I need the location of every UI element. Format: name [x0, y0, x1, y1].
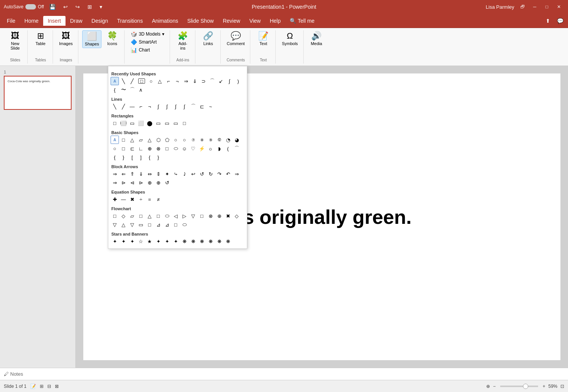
star-burst1[interactable]: ✦ — [154, 237, 162, 245]
arrow-quad[interactable]: ✦ — [163, 170, 171, 178]
star-gear1[interactable]: ❋ — [180, 237, 189, 245]
flow-extract[interactable]: ◇ — [233, 212, 241, 220]
line-curve3[interactable]: ∫ — [172, 102, 180, 111]
arrow-up[interactable]: ⇑ — [128, 170, 136, 178]
arrow-right[interactable]: ⇒ — [111, 170, 119, 178]
rect-snip1[interactable]: ▭ — [128, 119, 136, 127]
star-burst3[interactable]: ✦ — [172, 237, 180, 245]
basic-num12[interactable]: ⑫ — [215, 136, 223, 144]
basic-heart[interactable]: ♡ — [189, 144, 197, 153]
star-filled[interactable]: ★ — [145, 237, 154, 245]
basic-cube[interactable]: □ — [163, 144, 171, 153]
arrow-uturn[interactable]: ↩ — [189, 170, 197, 178]
save-button[interactable]: 💾 — [47, 3, 58, 11]
basic-textbox[interactable]: A — [111, 136, 119, 144]
notes-bar[interactable]: 🖊 Notes — [0, 368, 568, 380]
star-gear3[interactable]: ❋ — [198, 237, 206, 245]
chart-button[interactable]: 📊 Chart — [128, 46, 166, 54]
basic-brace4[interactable]: } — [154, 153, 162, 161]
arrow-loop2[interactable]: ↻ — [206, 170, 215, 178]
basic-bracket2[interactable]: ] — [137, 153, 145, 161]
basic-rect2[interactable]: □ — [119, 144, 128, 153]
menu-tellme[interactable]: 🔍Tell me — [285, 16, 319, 26]
basic-no[interactable]: ⊗ — [154, 144, 162, 153]
menu-insert[interactable]: Insert — [43, 16, 66, 26]
flow-sumonn2[interactable]: □ — [198, 212, 206, 220]
zoom-slider[interactable] — [500, 386, 538, 387]
arrow-callout2[interactable]: ⊕ — [154, 178, 162, 187]
arrow-stripe1[interactable]: ⇒ — [233, 170, 241, 178]
basic-crescent[interactable]: ◗ — [215, 144, 223, 153]
view-slide-sorter-button[interactable]: ⊟ — [47, 384, 51, 389]
arrow-lr[interactable]: ⇔ — [145, 170, 154, 178]
basic-triangle2[interactable]: △ — [145, 136, 154, 144]
ribbon-collapse-button[interactable]: 🗗 — [517, 2, 528, 12]
flow-punchtape[interactable]: ▷ — [180, 212, 189, 220]
line-straight[interactable]: ╲ — [111, 102, 119, 111]
flow-diskstorage[interactable]: □ — [145, 220, 154, 229]
flow-punch[interactable]: ◁ — [172, 212, 180, 220]
line-squiggle1[interactable]: ⊏ — [198, 102, 206, 111]
rect-rounded[interactable]: ⬜ — [120, 121, 126, 125]
close-button[interactable]: ✕ — [554, 2, 564, 12]
rect-standard[interactable]: □ — [111, 119, 119, 127]
shape-callout[interactable]: ⊃ — [199, 77, 208, 85]
shape-textbox[interactable]: A — [111, 77, 119, 85]
arrow-turn[interactable]: ↺ — [163, 178, 171, 187]
arrow-ud[interactable]: ⇕ — [154, 170, 162, 178]
zoom-out-button[interactable]: − — [493, 384, 496, 389]
basic-cross[interactable]: ⊕ — [145, 144, 154, 153]
basic-paren2[interactable]: ⌒ — [233, 144, 241, 153]
shape-rect[interactable]: □ — [138, 78, 145, 84]
text-button[interactable]: 📝 Text — [254, 30, 272, 47]
menu-help[interactable]: Help — [265, 16, 285, 26]
line-diagonal[interactable]: ╱ — [119, 102, 128, 111]
flow-or[interactable]: ⊗ — [206, 212, 215, 220]
autosave-control[interactable]: AutoSave Off — [4, 4, 44, 9]
menu-slideshow[interactable]: Slide Show — [183, 16, 218, 26]
zoom-in-button[interactable]: + — [543, 384, 545, 389]
basic-paren1[interactable]: ( — [224, 144, 232, 153]
flow-sumconn[interactable]: ▽ — [189, 212, 197, 220]
basic-cylinder[interactable]: ⬭ — [172, 144, 180, 153]
menu-animations[interactable]: Animations — [147, 16, 183, 26]
view-reading-button[interactable]: ⊠ — [55, 384, 59, 389]
line-horizontal[interactable]: — — [128, 102, 136, 111]
shape-triangle[interactable]: △ — [156, 77, 164, 85]
basic-num9[interactable]: ⑨ — [206, 136, 215, 144]
arrow-notch2[interactable]: ⊲ — [128, 178, 136, 187]
eq-minus[interactable]: — — [119, 195, 128, 203]
images-button[interactable]: 🖼 Images — [57, 30, 75, 47]
arrow-callout1[interactable]: ⊕ — [145, 178, 154, 187]
rect-shape3[interactable]: ▭ — [163, 119, 171, 127]
line-curve1[interactable]: ∫ — [154, 102, 162, 111]
line-elbow1[interactable]: ⌐ — [137, 102, 145, 111]
shape-line2[interactable]: ╱ — [128, 77, 136, 85]
shapes-scroll-area[interactable]: Recently Used Shapes A ╲ ╱ □ ○ △ ⌐ ¬ ⇒ ⇓… — [108, 66, 247, 248]
comments-button[interactable]: 💬 — [555, 17, 566, 25]
rect-snip2[interactable]: ⬜ — [137, 119, 145, 127]
customize-button[interactable]: ⊞ — [85, 3, 94, 11]
basic-brace3[interactable]: { — [145, 153, 154, 161]
basic-bracket1[interactable]: [ — [128, 153, 136, 161]
line-squiggle2[interactable]: ~ — [206, 102, 215, 111]
addins-button[interactable]: 🧩 Add-ins — [174, 30, 192, 52]
basic-triangle[interactable]: △ — [128, 136, 136, 144]
links-button[interactable]: 🔗 Links — [199, 30, 217, 47]
menu-home[interactable]: Home — [20, 16, 43, 26]
shape-paren[interactable]: ) — [234, 77, 242, 85]
arrow-stripe2[interactable]: ⇒ — [111, 178, 119, 187]
flow-manual-input[interactable]: ⊿ — [163, 220, 171, 229]
line-curve4[interactable]: ∫ — [180, 102, 189, 111]
smartart-button[interactable]: 🔷 SmartArt — [128, 38, 166, 46]
eq-notequal[interactable]: ≠ — [154, 195, 162, 203]
menu-design[interactable]: Design — [87, 16, 113, 26]
arrow-notch1[interactable]: ⊳ — [119, 178, 128, 187]
rect-shape2[interactable]: ▭ — [154, 119, 162, 127]
shape-arrow2[interactable]: ⇓ — [190, 77, 199, 85]
slide-thumbnail[interactable]: Coca-Cola was originally green. — [4, 76, 72, 110]
shape-corner1[interactable]: ⌐ — [164, 77, 173, 85]
eq-divide[interactable]: ÷ — [137, 195, 145, 203]
basic-pie2[interactable]: ◕ — [233, 136, 241, 144]
menu-transitions[interactable]: Transitions — [112, 16, 147, 26]
